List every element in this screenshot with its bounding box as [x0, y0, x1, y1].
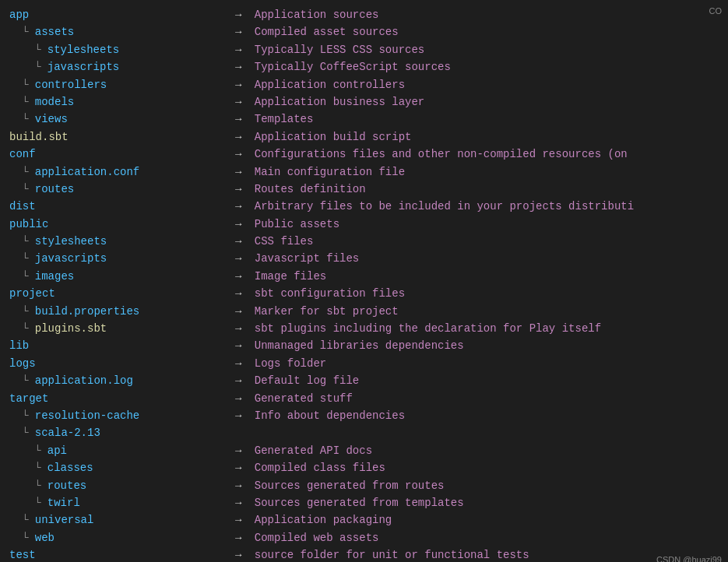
- list-item: └ controllers→ Application controllers: [9, 76, 719, 93]
- list-item: conf→ Configurations files and other non…: [9, 146, 719, 163]
- file-tree: app→ Application sources└ assets→ Compil…: [9, 6, 719, 562]
- list-item: └ twirl→ Sources generated from template…: [9, 494, 719, 511]
- list-item: └ web→ Compiled web assets: [9, 529, 719, 546]
- list-item: └ build.properties→ Marker for sbt proje…: [9, 303, 719, 320]
- list-item: └ routes→ Sources generated from routes: [9, 477, 719, 494]
- list-item: └ classes→ Compiled class files: [9, 459, 719, 476]
- list-item: └ api→ Generated API docs: [9, 442, 719, 459]
- list-item: project→ sbt configuration files: [9, 285, 719, 302]
- list-item: └ assets→ Compiled asset sources: [9, 23, 719, 40]
- list-item: └ javascripts→ Javascript files: [9, 250, 719, 267]
- list-item: logs→ Logs folder: [9, 355, 719, 372]
- list-item: └ plugins.sbt→ sbt plugins including the…: [9, 320, 719, 337]
- list-item: └ stylesheets→ CSS files: [9, 233, 719, 250]
- list-item: └ images→ Image files: [9, 268, 719, 285]
- list-item: └ views→ Templates: [9, 111, 719, 128]
- list-item: └ models→ Application business layer: [9, 93, 719, 111]
- watermark-bottom: CSDN @huazi99: [656, 555, 722, 563]
- list-item: dist→ Arbitrary files to be included in …: [9, 198, 719, 215]
- list-item: └ routes→ Routes definition: [9, 181, 719, 198]
- list-item: └ universal→ Application packaging: [9, 511, 719, 529]
- list-item: build.sbt→ Application build script: [9, 128, 719, 146]
- list-item: lib→ Unmanaged libraries dependencies: [9, 337, 719, 354]
- list-item: └ scala-2.13: [9, 424, 719, 441]
- list-item: └ resolution-cache→ Info about dependenc…: [9, 407, 719, 424]
- list-item: └ application.log→ Default log file: [9, 372, 719, 389]
- list-item: target→ Generated stuff: [9, 390, 719, 407]
- list-item: └ javascripts→ Typically CoffeeScript so…: [9, 58, 719, 76]
- list-item: └ application.conf→ Main configuration f…: [9, 163, 719, 181]
- watermark-top: CO: [709, 6, 723, 16]
- list-item: public→ Public assets: [9, 216, 719, 233]
- list-item: └ stylesheets→ Typically LESS CSS source…: [9, 41, 719, 58]
- list-item: test→ source folder for unit or function…: [9, 546, 719, 562]
- list-item: app→ Application sources: [9, 6, 719, 23]
